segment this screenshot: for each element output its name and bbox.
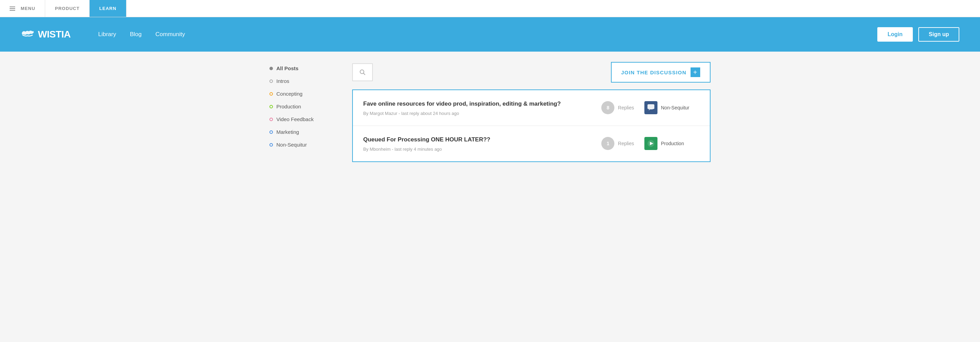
header-nav: Library Blog Community bbox=[98, 31, 857, 38]
reply-badge: 1 bbox=[601, 137, 614, 150]
reply-badge: 8 bbox=[601, 101, 614, 114]
category-icon bbox=[644, 137, 657, 150]
community-link[interactable]: Community bbox=[156, 31, 185, 38]
search-box[interactable] bbox=[352, 63, 373, 81]
logo-icon bbox=[21, 30, 35, 39]
discussion-meta: By Margot Mazur - last reply about 24 ho… bbox=[363, 111, 591, 116]
sidebar-item-video-feedback[interactable]: Video Feedback bbox=[269, 113, 338, 125]
join-discussion-button[interactable]: JOIN THE DISCUSSION + bbox=[611, 62, 711, 82]
sidebar-label: Intros bbox=[276, 78, 290, 84]
discussion-item: Fave online resources for video prod, in… bbox=[353, 90, 710, 126]
discussion-main: Queued For Processing ONE HOUR LATER?? B… bbox=[363, 136, 591, 152]
dot-icon bbox=[269, 92, 273, 96]
discussion-meta: By Mbonheim - last reply 4 minutes ago bbox=[363, 147, 591, 152]
content-area: JOIN THE DISCUSSION + Fave online resour… bbox=[352, 62, 711, 162]
discussion-category: Production bbox=[644, 137, 700, 150]
sidebar-label: All Posts bbox=[276, 65, 298, 71]
sidebar-item-all-posts[interactable]: All Posts bbox=[269, 62, 338, 74]
chat-icon bbox=[647, 104, 655, 111]
logo[interactable]: WISTIA bbox=[21, 29, 71, 40]
sidebar-item-marketing[interactable]: Marketing bbox=[269, 125, 338, 138]
hamburger-icon bbox=[10, 6, 15, 11]
svg-line-1 bbox=[364, 73, 365, 75]
site-header: WISTIA Library Blog Community Login Sign… bbox=[0, 17, 980, 52]
category-label: Production bbox=[661, 141, 684, 146]
discussion-replies: 1 Replies bbox=[601, 137, 634, 150]
content-toolbar: JOIN THE DISCUSSION + bbox=[352, 62, 711, 82]
main-layout: All Posts Intros Concepting Production V… bbox=[249, 52, 731, 173]
video-icon bbox=[647, 140, 655, 147]
category-icon bbox=[644, 101, 657, 114]
product-label: PRODUCT bbox=[55, 6, 80, 11]
discussion-title[interactable]: Queued For Processing ONE HOUR LATER?? bbox=[363, 136, 591, 144]
sidebar: All Posts Intros Concepting Production V… bbox=[269, 62, 338, 162]
login-button[interactable]: Login bbox=[877, 27, 913, 42]
sidebar-item-production[interactable]: Production bbox=[269, 100, 338, 113]
sidebar-label: Concepting bbox=[276, 91, 302, 97]
svg-rect-2 bbox=[648, 104, 654, 109]
discussion-category: Non-Sequitur bbox=[644, 101, 700, 114]
search-icon bbox=[359, 69, 366, 76]
menu-nav-item[interactable]: MENU bbox=[0, 0, 45, 17]
top-nav: MENU PRODUCT LEARN bbox=[0, 0, 980, 17]
sidebar-label: Video Feedback bbox=[276, 116, 313, 122]
discussion-replies: 8 Replies bbox=[601, 101, 634, 114]
signup-button[interactable]: Sign up bbox=[918, 27, 959, 42]
join-button-label: JOIN THE DISCUSSION bbox=[621, 70, 687, 75]
sidebar-label: Marketing bbox=[276, 129, 299, 135]
dot-icon bbox=[269, 67, 273, 70]
dot-icon bbox=[269, 79, 273, 83]
discussion-list: Fave online resources for video prod, in… bbox=[352, 89, 711, 162]
replies-label: Replies bbox=[618, 105, 634, 111]
sidebar-item-concepting[interactable]: Concepting bbox=[269, 87, 338, 100]
discussion-main: Fave online resources for video prod, in… bbox=[363, 100, 591, 116]
sidebar-item-non-sequitur[interactable]: Non-Sequitur bbox=[269, 138, 338, 151]
sidebar-label: Non-Sequitur bbox=[276, 142, 307, 147]
replies-label: Replies bbox=[618, 141, 634, 146]
library-link[interactable]: Library bbox=[98, 31, 116, 38]
discussion-title[interactable]: Fave online resources for video prod, in… bbox=[363, 100, 591, 108]
learn-nav-item[interactable]: LEARN bbox=[89, 0, 126, 17]
logo-text: WISTIA bbox=[38, 29, 71, 40]
dot-icon bbox=[269, 143, 273, 147]
product-nav-item[interactable]: PRODUCT bbox=[45, 0, 89, 17]
learn-label: LEARN bbox=[99, 6, 116, 11]
sidebar-item-intros[interactable]: Intros bbox=[269, 74, 338, 87]
dot-icon bbox=[269, 118, 273, 121]
category-label: Non-Sequitur bbox=[661, 105, 689, 111]
dot-icon bbox=[269, 105, 273, 108]
sidebar-label: Production bbox=[276, 104, 301, 109]
blog-link[interactable]: Blog bbox=[130, 31, 142, 38]
dot-icon bbox=[269, 130, 273, 134]
discussion-item: Queued For Processing ONE HOUR LATER?? B… bbox=[353, 126, 710, 162]
header-buttons: Login Sign up bbox=[877, 27, 959, 42]
join-plus-icon: + bbox=[690, 67, 700, 77]
menu-label: MENU bbox=[21, 6, 35, 11]
